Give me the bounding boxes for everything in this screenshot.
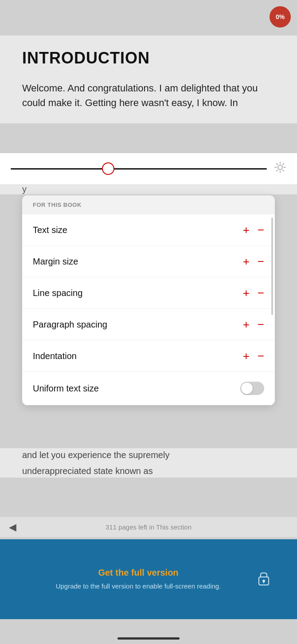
brightness-slider-thumb[interactable] <box>102 162 114 175</box>
paragraph-spacing-increase-button[interactable]: + <box>243 319 250 330</box>
upgrade-description: Upgrade to the full version to enable fu… <box>27 581 250 591</box>
progress-badge: 0% <box>270 6 291 28</box>
chapter-title: INTRODUCTION <box>22 49 275 67</box>
settings-panel: FOR THIS BOOK Text size + − Margin size … <box>22 195 275 405</box>
book-paragraph: Welcome. And congratulations. I am delig… <box>22 81 275 110</box>
home-indicator <box>117 637 180 640</box>
line-spacing-decrease-button[interactable]: − <box>258 287 264 299</box>
upgrade-banner: Get the full version Upgrade to the full… <box>0 539 297 619</box>
text-size-label: Text size <box>33 225 67 235</box>
uniform-text-size-toggle[interactable] <box>240 382 264 395</box>
line-spacing-controls: + − <box>243 287 264 299</box>
nav-back-button[interactable]: ◀ <box>9 522 16 533</box>
book-content: INTRODUCTION Welcome. And congratulation… <box>0 36 297 123</box>
brightness-slider-track[interactable] <box>11 168 267 170</box>
text-size-controls: + − <box>243 224 264 236</box>
line-spacing-row: Line spacing + − <box>22 277 275 309</box>
lock-icon <box>257 570 270 589</box>
svg-line-6 <box>283 170 284 171</box>
margin-size-controls: + − <box>243 256 264 267</box>
upgrade-title: Get the full version <box>27 568 250 578</box>
text-size-decrease-button[interactable]: − <box>258 224 264 236</box>
paragraph-spacing-decrease-button[interactable]: − <box>258 319 264 330</box>
book-partial-top: y <box>0 184 297 194</box>
toggle-thumb <box>241 383 253 394</box>
indentation-decrease-button[interactable]: − <box>258 350 264 362</box>
svg-line-7 <box>283 164 284 165</box>
paragraph-spacing-label: Paragraph spacing <box>33 320 107 330</box>
paragraph-spacing-row: Paragraph spacing + − <box>22 309 275 340</box>
svg-line-8 <box>277 170 278 171</box>
svg-line-5 <box>277 164 278 165</box>
uniform-text-size-row: Uniform text size <box>22 372 275 405</box>
text-size-increase-button[interactable]: + <box>243 224 250 236</box>
pages-left-text: 311 pages left in This section <box>106 523 191 531</box>
indentation-label: Indentation <box>33 351 77 361</box>
upgrade-text-block: Get the full version Upgrade to the full… <box>27 568 250 591</box>
uniform-text-size-label: Uniform text size <box>33 383 99 394</box>
margin-size-label: Margin size <box>33 257 78 267</box>
text-size-row: Text size + − <box>22 214 275 246</box>
back-arrow-icon: ◀ <box>9 522 16 533</box>
line-spacing-label: Line spacing <box>33 288 82 298</box>
line-spacing-increase-button[interactable]: + <box>243 287 250 299</box>
margin-size-decrease-button[interactable]: − <box>258 256 264 267</box>
margin-size-increase-button[interactable]: + <box>243 256 250 267</box>
panel-section-header: FOR THIS BOOK <box>22 195 275 214</box>
panel-scrollbar[interactable] <box>271 217 273 315</box>
paragraph-spacing-controls: + − <box>243 319 264 330</box>
indentation-increase-button[interactable]: + <box>243 350 250 362</box>
sun-icon <box>274 161 286 176</box>
brightness-slider-container <box>0 153 297 184</box>
nav-bar: ◀ 311 pages left in This section <box>0 517 297 537</box>
indentation-row: Indentation + − <box>22 340 275 372</box>
book-bottom-text: and let you experience the supremely und… <box>0 448 297 478</box>
svg-point-0 <box>278 165 282 170</box>
margin-size-row: Margin size + − <box>22 246 275 277</box>
indentation-controls: + − <box>243 350 264 362</box>
